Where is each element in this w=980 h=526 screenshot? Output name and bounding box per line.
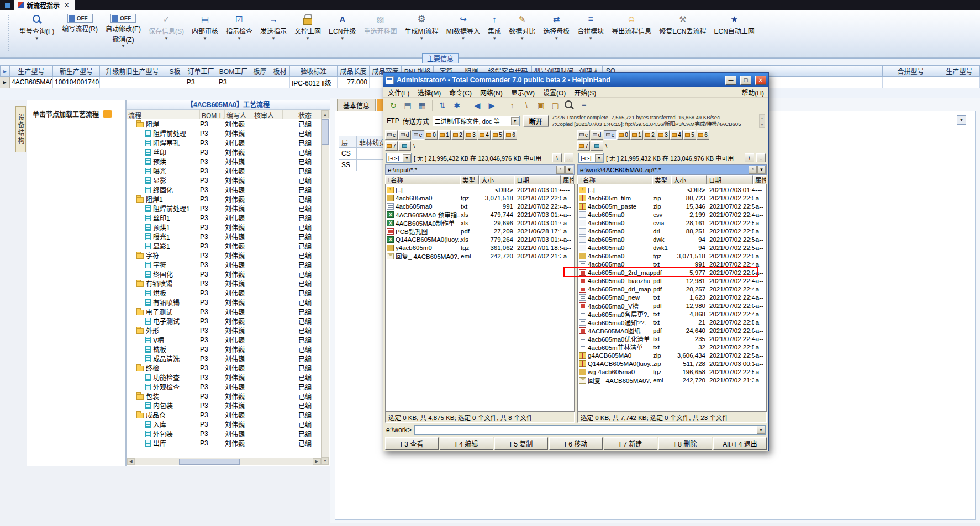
tree-row[interactable]: 显影P3刘伟巍已编 xyxy=(127,176,321,185)
toolbar-button-data-compare[interactable]: 数据对比▼ xyxy=(505,13,539,41)
file-row[interactable]: 4acb605ma0txt9912021/07/02 22:49-a-- xyxy=(578,260,766,268)
full-view-icon[interactable]: ▦ xyxy=(415,99,429,111)
tree-row[interactable]: 预烘1P3刘伟巍已编 xyxy=(127,222,321,232)
file-row[interactable]: [..]<DIR>2021/07/03 01:47---- xyxy=(386,185,574,194)
tree-node[interactable]: 终检 xyxy=(127,363,200,373)
file-row[interactable]: g4ACB605MA0zip3,606,4342021/07/02 22:53-… xyxy=(578,351,766,359)
menu-item-help[interactable]: 帮助(H) xyxy=(741,88,764,97)
function-key-button-5[interactable]: F8 删除 xyxy=(658,437,712,450)
file-row[interactable]: 4acb605ma0优化清单txt2352021/07/02 22:49-a-- xyxy=(578,334,766,343)
file-row[interactable]: 4acb605ma0_V槽pdf12,9802021/07/02 22:02-a… xyxy=(578,301,766,310)
file-column-header[interactable]: 属性 xyxy=(561,175,574,184)
network-drive-button[interactable] xyxy=(398,141,411,151)
toolbar-button-select-mother-board[interactable]: 选择母板▼ xyxy=(539,13,573,41)
grid-column-header[interactable]: 板厚 xyxy=(250,65,270,77)
file-row[interactable]: 4acb605ma0各层更?.txt4,8682021/07/02 22:49-… xyxy=(578,310,766,318)
tree-node[interactable]: 阻焊塞孔 xyxy=(127,138,200,147)
grid-cell[interactable]: 4ACB605MA0 xyxy=(10,77,53,88)
toolbar-button-generate-mi[interactable]: 生成MI流程▼ xyxy=(401,13,442,41)
tree-row[interactable]: 预烘P3刘伟巍已编 xyxy=(127,157,321,166)
history-icon[interactable]: * xyxy=(749,166,757,174)
toolbar-button-fix-ecn-flow[interactable]: 修复ECN丢流程 xyxy=(655,13,710,36)
multi-rename-icon[interactable]: ≡ xyxy=(577,99,591,111)
network-drive-button[interactable] xyxy=(591,141,603,151)
file-row[interactable]: 4acb605ma0_biaozhupdf12,9812021/07/02 22… xyxy=(578,277,766,285)
grid-column-header[interactable]: 成品长度 xyxy=(338,65,370,77)
tree-node[interactable]: 外包装 xyxy=(127,429,200,438)
pack-icon[interactable]: ▣ xyxy=(534,99,547,111)
scroll-thumb[interactable] xyxy=(179,459,240,465)
tree-node[interactable]: 功能检查 xyxy=(127,373,200,382)
file-row[interactable]: [..]<DIR>2021/07/03 01:46---- xyxy=(578,185,766,194)
tree-row[interactable]: 丝印P3刘伟巍已编 xyxy=(127,147,321,157)
scroll-right-icon[interactable]: ▶ xyxy=(313,458,320,465)
tree-column-header[interactable]: 流程 xyxy=(127,110,200,119)
function-key-button-4[interactable]: F7 新建 xyxy=(604,437,657,450)
grid-cell[interactable] xyxy=(250,77,270,88)
ftp-log-scrollbar[interactable]: ▲▼ xyxy=(759,114,765,128)
transfer-mode-select[interactable]: 二进制/压缩文件, doc 等 ▼ xyxy=(433,116,520,126)
drive-button-d[interactable]: d xyxy=(398,130,411,140)
detail-tab-0[interactable]: 基本信息 xyxy=(337,99,376,111)
dir-up-icon[interactable]: ↑ xyxy=(505,99,519,111)
search-icon[interactable] xyxy=(563,99,576,111)
function-key-button-0[interactable]: F3 查看 xyxy=(385,437,439,450)
device-structure-tab[interactable]: 设备结构 xyxy=(15,106,26,152)
root-dir-button[interactable]: \ xyxy=(745,153,754,162)
tree-row[interactable]: 外观检查P3刘伟巍已编 xyxy=(127,382,321,391)
minimize-button[interactable]: — xyxy=(725,76,736,85)
file-row[interactable]: PCB钻孔图pdf27,2092021/06/28 17:10-a-- xyxy=(386,227,574,235)
file-row[interactable]: 4acb605m菲林清单txt322021/07/02 22:50-a-- xyxy=(578,343,766,351)
toolbar-button-send-instruction[interactable]: 发送指示▼ xyxy=(256,13,291,41)
file-row[interactable]: wg-4acb605ma0tgz196,6582021/07/02 22:52-… xyxy=(578,368,766,376)
tree-node[interactable]: 显影 xyxy=(127,176,200,185)
toggle-write-flow[interactable]: OFF xyxy=(67,14,93,23)
grid-column-header[interactable]: 生产型号 xyxy=(939,65,980,77)
file-row[interactable]: 4ACB605MA0制作单xls29,6962021/07/03 01:45-a… xyxy=(386,219,574,227)
scroll-up-icon[interactable]: ▲ xyxy=(322,111,329,118)
left-path-bar[interactable]: e:\input\*.**▼ xyxy=(385,164,575,175)
grid-cell[interactable] xyxy=(939,77,980,88)
drive-button-e[interactable]: e xyxy=(604,130,617,140)
grid-column-header[interactable]: 升级前旧生产型号 xyxy=(100,65,165,77)
tree-row[interactable]: 显影1P3刘伟巍已编 xyxy=(127,241,321,251)
tc-title-bar[interactable]: Administrator^ - Total Commander 7.0 pub… xyxy=(383,73,768,87)
drive-button-5[interactable]: 5 xyxy=(491,130,504,140)
tree-row[interactable]: 内包装P3刘伟巍已编 xyxy=(127,401,321,410)
drive-button-2[interactable]: 2 xyxy=(644,130,656,140)
tree-node[interactable]: 阻焊前处理1 xyxy=(127,204,200,213)
toolbar-button-undo[interactable]: 撤消(Z)▼ xyxy=(112,34,134,48)
grid-column-header[interactable]: BOM工厂 xyxy=(217,65,250,77)
close-button[interactable]: ✕ xyxy=(755,76,766,85)
menu-item-3[interactable]: 网络(N) xyxy=(480,88,503,97)
tree-node[interactable]: 烘板 xyxy=(127,288,200,297)
file-column-header[interactable]: 类型 xyxy=(460,175,479,184)
menu-item-0[interactable]: 文件(F) xyxy=(388,88,409,97)
file-column-header[interactable]: 日期 xyxy=(707,175,753,184)
tree-node[interactable]: 曝光 xyxy=(127,166,200,176)
tree-node[interactable]: 终固化 xyxy=(127,269,200,279)
file-row[interactable]: 4acb605ma0csv2,1992021/07/02 22:42-a-- xyxy=(578,210,766,219)
drive-button-6[interactable]: 6 xyxy=(504,130,517,140)
grid-column-header[interactable]: 生产型号 xyxy=(10,65,53,77)
tree-row[interactable]: 字符P3刘伟巍已编 xyxy=(127,260,321,269)
function-key-button-1[interactable]: F4 编辑 xyxy=(440,437,493,450)
grid-cell[interactable]: P3 xyxy=(185,77,217,88)
function-key-button-2[interactable]: F5 复制 xyxy=(494,437,548,450)
file-row[interactable]: 4acb605m_filmzip80,7232021/07/02 22:51-a… xyxy=(578,194,766,202)
drive-button-5[interactable]: 5 xyxy=(683,130,696,140)
toolbar-button-reselect-cutting[interactable]: 重选开料图 xyxy=(360,13,401,36)
drive-button-1[interactable]: 1 xyxy=(438,130,451,140)
tree-row[interactable]: 曝光1P3刘伟巍已编 xyxy=(127,232,321,241)
root-dir-button[interactable]: \ xyxy=(552,153,562,162)
menu-item-1[interactable]: 选择(M) xyxy=(418,88,441,97)
file-row[interactable]: 4acb605ma0_drl_mappdf20,2572021/07/02 22… xyxy=(578,285,766,293)
file-column-header[interactable]: 属性 xyxy=(753,175,766,184)
tree-node[interactable]: V槽 xyxy=(127,335,200,344)
tree-node[interactable]: 有铅喷锡 xyxy=(127,279,200,288)
tree-row[interactable]: 有铅喷锡P3刘伟巍已编 xyxy=(127,297,321,307)
tree-node[interactable]: 外形 xyxy=(127,326,200,335)
drive-button-6[interactable]: 6 xyxy=(697,130,709,140)
scroll-thumb[interactable] xyxy=(322,119,329,145)
grid-cell[interactable]: P3 xyxy=(217,77,250,88)
